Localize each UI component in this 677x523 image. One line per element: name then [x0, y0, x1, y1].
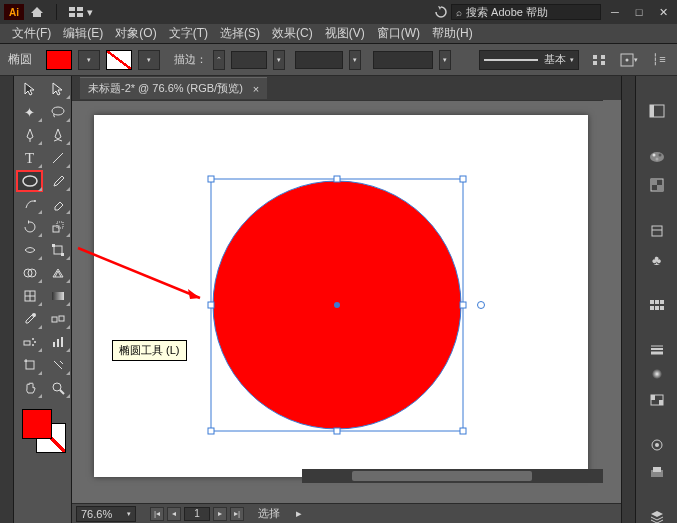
- eyedropper-tool[interactable]: [16, 308, 43, 330]
- swatches-panel-icon[interactable]: [646, 178, 668, 192]
- workspace-switcher[interactable]: ▾: [63, 6, 99, 19]
- svg-line-11: [53, 153, 63, 163]
- blend-tool[interactable]: [44, 308, 71, 330]
- gradient-tool[interactable]: [44, 285, 71, 307]
- menu-type[interactable]: 文字(T): [163, 25, 214, 42]
- transform-panel-icon[interactable]: ▾: [619, 50, 639, 70]
- svg-rect-15: [57, 222, 63, 228]
- lasso-tool[interactable]: [44, 101, 71, 123]
- stroke-swatch[interactable]: [106, 50, 132, 70]
- type-tool[interactable]: T: [16, 147, 43, 169]
- rotate-tool[interactable]: [16, 216, 43, 238]
- brushes-panel-icon[interactable]: ♣: [646, 252, 668, 268]
- menu-object[interactable]: 对象(O): [109, 25, 162, 42]
- annotation-arrow: [78, 248, 200, 299]
- artboard-number-input[interactable]: 1: [184, 507, 210, 521]
- home-icon[interactable]: [26, 3, 48, 21]
- symbol-sprayer-tool[interactable]: [16, 331, 43, 353]
- svg-rect-42: [460, 176, 466, 182]
- perspective-grid-tool[interactable]: [44, 262, 71, 284]
- menu-help[interactable]: 帮助(H): [426, 25, 479, 42]
- svg-rect-28: [24, 341, 30, 345]
- stroke-style-dropdown[interactable]: [295, 51, 343, 69]
- stroke-style-dd-btn[interactable]: ▾: [349, 50, 361, 70]
- libraries-panel-icon[interactable]: [646, 224, 668, 238]
- zoom-input[interactable]: 76.6%▾: [76, 506, 136, 522]
- menu-edit[interactable]: 编辑(E): [57, 25, 109, 42]
- mesh-tool[interactable]: [16, 285, 43, 307]
- gradient-panel-icon[interactable]: [646, 368, 668, 380]
- chevron-down-icon: ▾: [570, 56, 574, 64]
- chevron-down-icon: ▾: [87, 6, 93, 19]
- zoom-tool[interactable]: [44, 377, 71, 399]
- graphic-styles-panel-icon[interactable]: [646, 466, 668, 478]
- horizontal-scrollbar[interactable]: [302, 469, 603, 483]
- appearance-panel-icon[interactable]: [646, 438, 668, 452]
- slice-tool[interactable]: [44, 354, 71, 376]
- opacity-dropdown[interactable]: [373, 51, 433, 69]
- align-panel-icon[interactable]: [589, 50, 609, 70]
- svg-rect-56: [651, 179, 657, 185]
- left-gutter: [0, 76, 14, 523]
- symbols-panel-icon[interactable]: [646, 300, 668, 312]
- document-tab[interactable]: 未标题-2* @ 76.6% (RGB/预览) ×: [80, 77, 267, 99]
- direct-selection-tool[interactable]: [44, 78, 71, 100]
- prev-artboard-button[interactable]: ◂: [167, 507, 181, 521]
- live-corner-widget[interactable]: [478, 302, 485, 309]
- transparency-panel-icon[interactable]: [646, 394, 668, 406]
- stroke-weight-dropdown[interactable]: ▾: [273, 50, 285, 70]
- menu-select[interactable]: 选择(S): [214, 25, 266, 42]
- curvature-tool[interactable]: [44, 124, 71, 146]
- fill-dropdown[interactable]: ▾: [78, 50, 100, 70]
- magic-wand-tool[interactable]: ✦: [16, 101, 43, 123]
- properties-panel-icon[interactable]: [646, 104, 668, 118]
- last-artboard-button[interactable]: ▸|: [230, 507, 244, 521]
- fill-swatch[interactable]: [46, 50, 72, 70]
- stroke-weight-input[interactable]: [231, 51, 267, 69]
- scale-tool[interactable]: [44, 216, 71, 238]
- svg-point-38: [53, 383, 61, 391]
- artboard[interactable]: [94, 115, 588, 477]
- first-artboard-button[interactable]: |◂: [150, 507, 164, 521]
- menu-window[interactable]: 窗口(W): [371, 25, 426, 42]
- stroke-link-icon[interactable]: ⌃: [213, 50, 225, 70]
- sync-icon[interactable]: [435, 6, 447, 18]
- ellipse-tool[interactable]: [16, 170, 43, 192]
- menu-effect[interactable]: 效果(C): [266, 25, 319, 42]
- svg-rect-5: [601, 55, 605, 59]
- hand-tool[interactable]: [16, 377, 43, 399]
- help-search-input[interactable]: ⌕ 搜索 Adobe 帮助: [451, 4, 601, 20]
- more-options-icon[interactable]: ┆≡: [649, 50, 669, 70]
- shape-builder-tool[interactable]: [16, 262, 43, 284]
- color-panel-icon[interactable]: [646, 150, 668, 164]
- opacity-dd-btn[interactable]: ▾: [439, 50, 451, 70]
- selection-tool[interactable]: [16, 78, 43, 100]
- menu-view[interactable]: 视图(V): [319, 25, 371, 42]
- menu-file[interactable]: 文件(F): [6, 25, 57, 42]
- tab-close-button[interactable]: ×: [253, 83, 259, 95]
- line-tool[interactable]: [44, 147, 71, 169]
- stroke-panel-icon[interactable]: [646, 344, 668, 354]
- status-dropdown-icon[interactable]: ▸: [296, 507, 302, 520]
- close-window-button[interactable]: ✕: [653, 4, 673, 20]
- canvas[interactable]: 椭圆工具 (L): [72, 100, 621, 503]
- layers-panel-icon[interactable]: [646, 510, 668, 523]
- paintbrush-tool[interactable]: [44, 170, 71, 192]
- svg-rect-62: [660, 300, 664, 304]
- column-graph-tool[interactable]: [44, 331, 71, 353]
- fill-color-box[interactable]: [22, 409, 52, 439]
- eraser-tool[interactable]: [44, 193, 71, 215]
- pen-tool[interactable]: [16, 124, 43, 146]
- next-artboard-button[interactable]: ▸: [213, 507, 227, 521]
- minimize-button[interactable]: ─: [605, 4, 625, 20]
- stroke-dropdown[interactable]: ▾: [138, 50, 160, 70]
- svg-rect-32: [53, 342, 55, 347]
- shaper-tool[interactable]: [16, 193, 43, 215]
- fill-stroke-indicator[interactable]: [14, 405, 71, 455]
- artboard-tool[interactable]: [16, 354, 43, 376]
- graphic-style[interactable]: 基本 ▾: [479, 50, 579, 70]
- free-transform-tool[interactable]: [44, 239, 71, 261]
- maximize-button[interactable]: □: [629, 4, 649, 20]
- width-tool[interactable]: [16, 239, 43, 261]
- right-dock: ♣: [635, 76, 677, 523]
